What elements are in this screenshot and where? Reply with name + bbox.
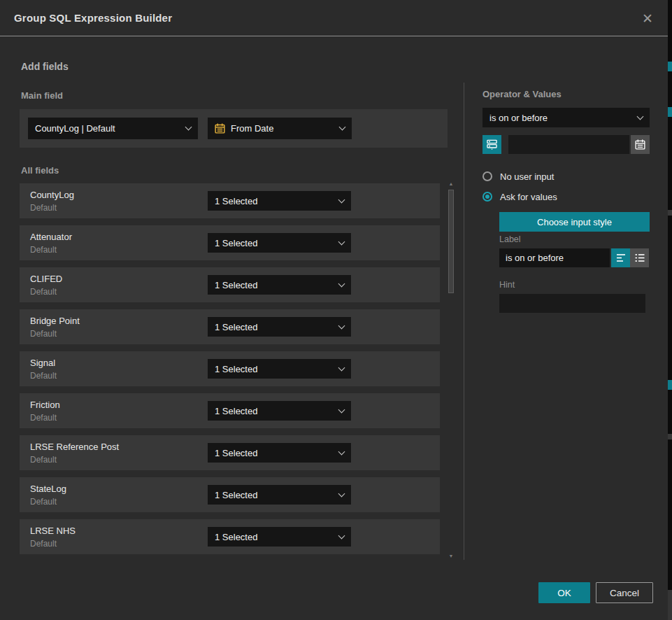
group-sql-expression-builder-dialog: Group SQL Expression Builder ✕ Add field… [0,0,668,620]
field-row: Friction Default 1 Selected [20,393,440,428]
all-fields-list: CountyLog Default 1 Selected Attenuator … [20,183,440,561]
chevron-down-icon [338,322,345,329]
field-row: LRSE Reference Post Default 1 Selected [20,435,440,470]
dialog-titlebar: Group SQL Expression Builder ✕ [0,0,668,36]
field-name: StateLog [30,484,66,494]
field-sublabel: Default [30,203,57,213]
field-name: Bridge Point [30,316,80,326]
field-selection-label: 1 Selected [215,238,339,248]
chevron-down-icon [338,532,345,539]
field-row: Signal Default 1 Selected [20,351,440,386]
chevron-down-icon [338,364,345,371]
main-layer-select-value: CountyLog | Default [35,123,186,134]
background-accent-mark [668,62,672,71]
field-selection-label: 1 Selected [215,322,339,332]
background-mark [668,434,672,439]
field-sublabel: Default [30,287,57,297]
chevron-down-icon [338,448,345,455]
user-input-radio-group: No user input Ask for values [482,171,657,211]
chevron-down-icon [339,124,346,131]
chevron-down-icon [338,238,345,245]
field-name: Signal [30,358,55,368]
scrollbar-up-icon[interactable]: ▲ [448,181,455,188]
field-selection-dropdown[interactable]: 1 Selected [208,317,351,337]
field-sublabel: Default [30,539,57,549]
field-name: CLIFED [30,274,62,284]
field-selection-dropdown[interactable]: 1 Selected [208,275,351,295]
dialog-title: Group SQL Expression Builder [14,12,172,24]
stacked-values-icon [487,139,497,150]
field-row: Attenuator Default 1 Selected [20,225,440,260]
field-selection-label: 1 Selected [215,490,339,500]
field-row: Bridge Point Default 1 Selected [20,309,440,344]
field-selection-dropdown[interactable]: 1 Selected [208,401,351,421]
scrollbar-down-icon[interactable]: ▼ [448,553,455,560]
unique-values-button[interactable] [482,135,501,154]
label-input[interactable] [499,248,610,267]
field-selection-dropdown[interactable]: 1 Selected [208,443,351,463]
chevron-down-icon [338,280,345,287]
main-field-select[interactable]: From Date [208,118,352,139]
field-selection-dropdown[interactable]: 1 Selected [208,191,351,211]
field-selection-label: 1 Selected [215,406,339,416]
field-row: LRSE NHS Default 1 Selected [20,519,440,554]
field-sublabel: Default [30,497,57,507]
radio-option[interactable]: Ask for values [482,191,657,202]
main-layer-select[interactable]: CountyLog | Default [28,118,198,139]
all-fields-heading: All fields [21,165,59,176]
main-field-heading: Main field [21,90,63,101]
calendar-icon [635,139,645,150]
field-selection-label: 1 Selected [215,280,339,290]
chevron-down-icon [338,406,345,413]
field-row: StateLog Default 1 Selected [20,477,440,512]
radio-label: No user input [500,171,554,182]
cancel-button[interactable]: Cancel [596,582,653,603]
background-accent-mark [668,107,672,117]
field-selection-dropdown[interactable]: 1 Selected [208,485,351,505]
field-sublabel: Default [30,413,57,423]
chevron-down-icon [185,124,192,131]
scrollbar-thumb[interactable] [448,190,454,293]
choose-input-style-button[interactable]: Choose input style [499,212,650,232]
field-row: CLIFED Default 1 Selected [20,267,440,302]
field-selection-dropdown[interactable]: 1 Selected [208,527,351,547]
list-scrollbar[interactable]: ▲ ▼ [448,181,455,560]
field-selection-label: 1 Selected [215,196,339,206]
radio-icon [482,171,492,181]
chevron-down-icon [637,113,644,120]
field-sublabel: Default [30,455,57,465]
panel-divider [464,83,464,560]
background-accent-mark [668,380,672,390]
align-left-icon [616,253,626,262]
field-name: LRSE NHS [30,526,76,536]
field-sublabel: Default [30,245,57,255]
hint-input[interactable] [499,294,645,313]
background-peek-strip [668,0,672,620]
value-calendar-button[interactable] [631,135,650,154]
field-name: Attenuator [30,232,72,242]
radio-option[interactable]: No user input [482,171,657,182]
add-fields-heading: Add fields [21,61,69,72]
main-field-select-value: From Date [231,123,340,134]
field-sublabel: Default [30,329,57,339]
field-selection-label: 1 Selected [215,364,339,374]
close-icon[interactable]: ✕ [636,6,659,30]
radio-label: Ask for values [500,192,557,202]
field-row: CountyLog Default 1 Selected [20,183,440,218]
main-field-panel: CountyLog | Default From Date [20,109,448,148]
bulleted-list-icon [635,253,645,262]
list-input-style-button[interactable] [630,248,649,267]
field-name: LRSE Reference Post [30,442,119,452]
field-selection-label: 1 Selected [215,532,339,542]
field-selection-dropdown[interactable]: 1 Selected [208,233,351,253]
single-input-style-button[interactable] [611,248,630,267]
field-name: Friction [30,400,60,410]
ok-button[interactable]: OK [538,582,590,603]
field-selection-dropdown[interactable]: 1 Selected [208,359,351,379]
operator-select[interactable]: is on or before [482,108,650,127]
hint-label: Hint [499,280,515,290]
field-selection-label: 1 Selected [215,448,339,458]
calendar-icon [215,123,225,134]
operator-select-value: is on or before [489,113,638,123]
value-input[interactable] [508,135,629,154]
